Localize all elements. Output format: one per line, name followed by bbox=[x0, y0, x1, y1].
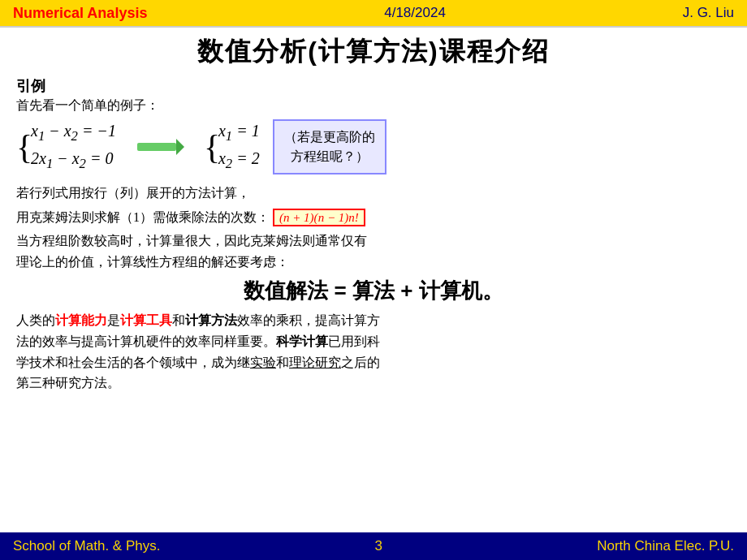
slide-main-title: 数值分析(计算方法)课程介绍 bbox=[16, 34, 731, 70]
highlight-experiment: 实验 bbox=[250, 355, 276, 369]
highlight-method: 计算方法 bbox=[185, 313, 237, 327]
paragraph-2: 当方程组阶数较高时，计算量很大，因此克莱姆法则通常仅有 理论上的价值，计算线性方… bbox=[16, 230, 731, 272]
arrow bbox=[136, 135, 184, 159]
side-note-line2: 方程组呢？） bbox=[291, 149, 369, 163]
highlight-theory: 理论研究 bbox=[289, 355, 341, 369]
eq1-line2: 2x1 − x2 = 0 bbox=[31, 149, 116, 172]
footer: School of Math. & Phys. 3 North China El… bbox=[0, 532, 747, 560]
arrow-svg bbox=[136, 135, 184, 159]
highlight-tool: 计算工具 bbox=[120, 313, 172, 327]
para1-line1: 若行列式用按行（列）展开的方法计算， bbox=[16, 186, 250, 200]
footer-university: North China Elec. P.U. bbox=[597, 538, 734, 554]
slide-content: 数值分析(计算方法)课程介绍 引例 首先看一个简单的例子： x1 − x2 = … bbox=[0, 28, 747, 532]
eq1-line1: x1 − x2 = −1 bbox=[31, 122, 116, 144]
eq2-line1: x1 = 1 bbox=[218, 122, 260, 144]
intro-text: 首先看一个简单的例子： bbox=[16, 97, 731, 114]
svg-rect-1 bbox=[137, 143, 176, 151]
section-label: 引例 bbox=[16, 76, 731, 96]
equation-row: x1 − x2 = −1 2x1 − x2 = 0 x1 = 1 bbox=[16, 119, 731, 174]
eq2-line2: x2 = 2 bbox=[218, 149, 260, 172]
para1-line2: 用克莱姆法则求解（1）需做乘除法的次数： bbox=[16, 210, 270, 224]
bottom-paragraph: 人类的计算能力是计算工具和计算方法效率的乘积，提高计算方 法的效率与提高计算机硬… bbox=[16, 310, 731, 393]
side-note-box: （若是更高阶的 方程组呢？） bbox=[273, 119, 386, 174]
header-title: Numerical Analysis bbox=[13, 5, 147, 22]
equation-system-2: x1 = 1 x2 = 2 bbox=[204, 122, 260, 172]
header: Numerical Analysis 4/18/2024 J. G. Liu bbox=[0, 0, 747, 28]
formula-box: (n + 1)(n − 1)n! bbox=[273, 209, 365, 226]
header-date: 4/18/2024 bbox=[384, 5, 446, 21]
num-method-text: 数值解法 = 算法 + 计算机。 bbox=[244, 278, 503, 303]
footer-page: 3 bbox=[375, 538, 382, 554]
paragraph-1b: 用克莱姆法则求解（1）需做乘除法的次数： (n + 1)(n − 1)n! bbox=[16, 207, 731, 228]
header-author: J. G. Liu bbox=[683, 5, 734, 21]
paragraph-1: 若行列式用按行（列）展开的方法计算， bbox=[16, 183, 731, 204]
highlight-scientific-computing: 科学计算 bbox=[276, 334, 328, 348]
side-note-line1: （若是更高阶的 bbox=[284, 130, 375, 144]
num-method-title: 数值解法 = 算法 + 计算机。 bbox=[16, 277, 731, 305]
equation-system-1: x1 − x2 = −1 2x1 − x2 = 0 bbox=[16, 122, 116, 172]
highlight-computational-power: 计算能力 bbox=[55, 313, 107, 327]
svg-marker-2 bbox=[176, 139, 184, 155]
footer-school: School of Math. & Phys. bbox=[13, 538, 160, 554]
